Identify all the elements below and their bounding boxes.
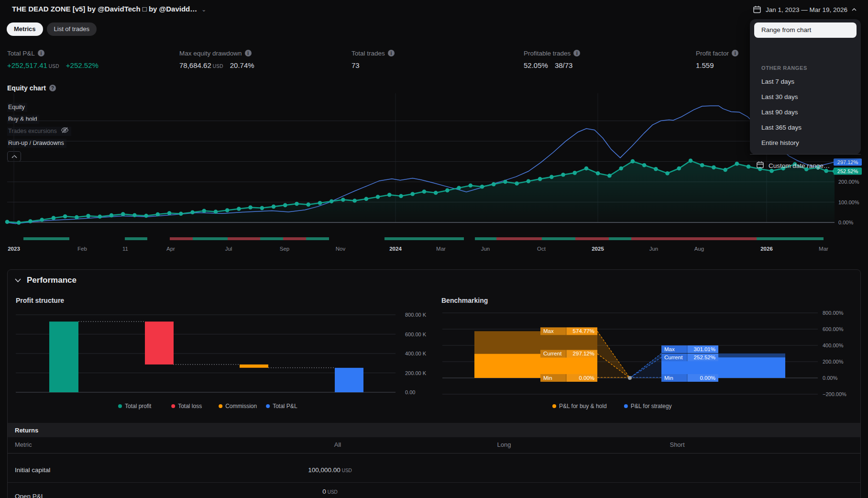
menu-item-range-from-chart[interactable]: Range from chart bbox=[754, 22, 857, 38]
svg-text:P&L for buy & hold: P&L for buy & hold bbox=[559, 403, 607, 409]
returns-column-headers: Metric All Long Short bbox=[8, 437, 860, 454]
row-metric-label: Initial capital bbox=[15, 466, 50, 474]
currency-label: USD bbox=[213, 64, 223, 69]
metric-value: 52.05% bbox=[524, 61, 548, 69]
svg-text:600.00 K: 600.00 K bbox=[405, 332, 427, 337]
metric-secondary: +252.52% bbox=[66, 61, 99, 69]
svg-text:301.01%: 301.01% bbox=[694, 346, 715, 352]
returns-section-header[interactable]: Returns bbox=[8, 423, 860, 437]
svg-text:Min: Min bbox=[664, 375, 673, 381]
profit-structure-title: Profit structure bbox=[16, 297, 64, 304]
svg-text:800.00 K: 800.00 K bbox=[405, 312, 427, 318]
metric-secondary: 20.74% bbox=[230, 61, 254, 69]
svg-text:252.52%: 252.52% bbox=[694, 354, 715, 360]
svg-text:400.00%: 400.00% bbox=[823, 343, 844, 348]
metric-value: 1.559 bbox=[696, 61, 714, 69]
svg-text:Sep: Sep bbox=[280, 246, 289, 252]
metric-label: Total trades bbox=[352, 50, 385, 57]
svg-text:Max: Max bbox=[543, 328, 554, 334]
svg-text:Commission: Commission bbox=[225, 403, 257, 409]
svg-text:Mar: Mar bbox=[436, 246, 446, 252]
returns-title: Returns bbox=[15, 427, 38, 434]
calendar-icon bbox=[756, 161, 764, 170]
info-icon[interactable]: i bbox=[38, 50, 44, 56]
column-header-long: Long bbox=[497, 441, 511, 448]
svg-text:Jul: Jul bbox=[225, 246, 232, 252]
menu-section-label: OTHER RANGES bbox=[761, 65, 807, 71]
metric-total-trades: Total tradesi 73 bbox=[352, 48, 524, 69]
profit-structure-chart[interactable]: 0.00200.00 K400.00 K600.00 K800.00 KTota… bbox=[7, 306, 442, 419]
equity-chart[interactable]: 0.00%100.00%200.00%297.12%252.52%2023Feb… bbox=[0, 84, 868, 256]
chevron-down-icon bbox=[15, 278, 21, 282]
benchmarking-title: Benchmarking bbox=[441, 297, 488, 304]
benchmarking-chart[interactable]: −200.00%0.00%200.00%400.00%600.00%800.00… bbox=[433, 306, 863, 419]
svg-text:Current: Current bbox=[543, 351, 562, 356]
svg-text:600.00%: 600.00% bbox=[823, 326, 844, 332]
menu-item-last-90-days[interactable]: Last 90 days bbox=[750, 105, 861, 120]
svg-text:Nov: Nov bbox=[336, 246, 346, 252]
strategy-tester-panel: THE DEAD ZONE [v5] by @DavidTech □ by @D… bbox=[0, 0, 868, 498]
info-icon[interactable]: i bbox=[388, 50, 395, 56]
row-value-all: 100,000.00USD bbox=[308, 466, 352, 474]
menu-item-last-365-days[interactable]: Last 365 days bbox=[750, 121, 861, 135]
metric-max-drawdown: Max equity drawdowni 78,684.62USD20.74% bbox=[179, 48, 352, 69]
svg-text:0.00%: 0.00% bbox=[823, 375, 837, 381]
svg-text:400.00 K: 400.00 K bbox=[405, 351, 427, 356]
svg-text:Max: Max bbox=[664, 346, 675, 352]
metric-label: Profitable trades bbox=[524, 50, 571, 57]
metric-value: 73 bbox=[352, 61, 360, 69]
svg-text:Jun: Jun bbox=[649, 246, 659, 252]
date-range-label: Jan 1, 2023 — Mar 19, 2026 bbox=[766, 6, 847, 13]
chevron-down-icon: ⌄ bbox=[201, 6, 206, 13]
column-header-all: All bbox=[334, 441, 341, 448]
chevron-up-icon bbox=[852, 8, 857, 11]
svg-text:0.00%: 0.00% bbox=[838, 220, 853, 225]
metrics-row: Total P&Li +252,517.41USD+252.52% Max eq… bbox=[7, 48, 868, 69]
currency-label: USD bbox=[49, 64, 59, 69]
svg-text:297.12%: 297.12% bbox=[573, 351, 594, 356]
view-tabs: Metrics List of trades bbox=[7, 22, 97, 36]
performance-section-header[interactable]: Performance bbox=[15, 276, 77, 285]
svg-text:2024: 2024 bbox=[389, 246, 402, 252]
svg-text:0.00%: 0.00% bbox=[579, 375, 594, 381]
svg-text:Aug: Aug bbox=[694, 246, 704, 252]
performance-title: Performance bbox=[27, 276, 77, 285]
menu-divider bbox=[750, 154, 861, 155]
column-header-metric: Metric bbox=[15, 441, 32, 448]
metric-label: Total P&L bbox=[7, 50, 35, 57]
date-range-selector[interactable]: Jan 1, 2023 — Mar 19, 2026 bbox=[753, 5, 857, 14]
menu-item-last-30-days[interactable]: Last 30 days bbox=[750, 90, 861, 104]
info-icon[interactable]: i bbox=[732, 50, 738, 56]
svg-text:P&L for strategy: P&L for strategy bbox=[631, 403, 672, 409]
strategy-title[interactable]: THE DEAD ZONE [v5] by @DavidTech □ by @D… bbox=[12, 5, 206, 13]
calendar-icon bbox=[753, 5, 761, 14]
row-value-all: 0USD bbox=[322, 488, 338, 495]
svg-text:Total P&L: Total P&L bbox=[273, 403, 297, 409]
svg-text:0.00: 0.00 bbox=[405, 389, 415, 395]
svg-text:Jun: Jun bbox=[481, 246, 490, 252]
menu-item-last-7-days[interactable]: Last 7 days bbox=[750, 75, 861, 89]
tab-list-of-trades[interactable]: List of trades bbox=[47, 22, 97, 36]
svg-text:Mar: Mar bbox=[819, 246, 828, 252]
svg-text:11: 11 bbox=[122, 246, 128, 252]
menu-item-label: Custom date range… bbox=[769, 162, 830, 169]
info-icon[interactable]: i bbox=[245, 50, 252, 56]
metric-secondary: 38/73 bbox=[555, 61, 573, 69]
tab-metrics[interactable]: Metrics bbox=[7, 22, 43, 36]
svg-text:2026: 2026 bbox=[760, 246, 773, 252]
metric-profitable-trades: Profitable tradesi 52.05%38/73 bbox=[524, 48, 696, 69]
svg-text:200.00 K: 200.00 K bbox=[405, 370, 427, 376]
metric-total-pnl: Total P&Li +252,517.41USD+252.52% bbox=[7, 48, 179, 69]
menu-item-custom-date-range[interactable]: Custom date range… bbox=[750, 157, 861, 174]
menu-item-entire-history[interactable]: Entire history bbox=[750, 136, 861, 150]
svg-text:Total loss: Total loss bbox=[178, 403, 202, 409]
svg-text:2025: 2025 bbox=[592, 246, 604, 252]
svg-text:200.00%: 200.00% bbox=[838, 179, 859, 185]
svg-text:0.00%: 0.00% bbox=[700, 375, 715, 381]
svg-text:Feb: Feb bbox=[77, 246, 87, 252]
info-icon[interactable]: i bbox=[573, 50, 580, 56]
svg-text:800.00%: 800.00% bbox=[823, 310, 844, 316]
metric-label: Profit factor bbox=[696, 50, 729, 57]
svg-text:Total profit: Total profit bbox=[125, 403, 152, 409]
column-header-short: Short bbox=[670, 441, 684, 448]
